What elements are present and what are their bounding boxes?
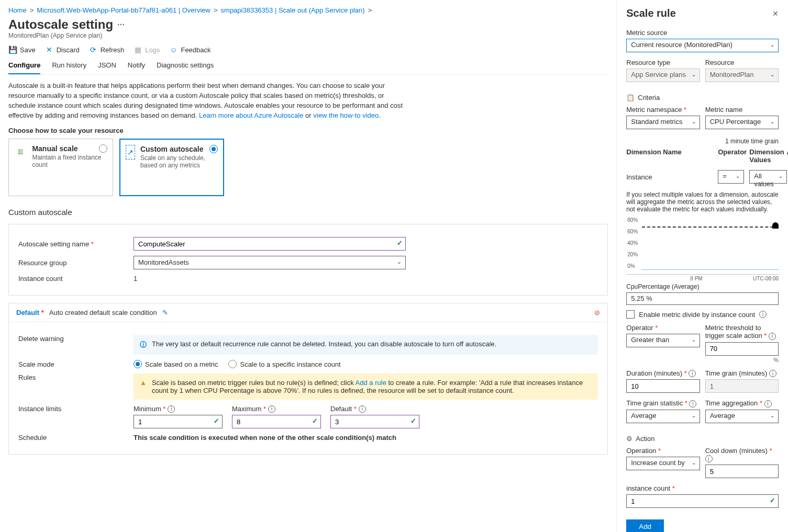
- dim-op-select[interactable]: =: [718, 170, 744, 184]
- operation-select[interactable]: Increase count by: [626, 457, 700, 470]
- panel-title: Scale rule: [626, 7, 676, 19]
- tgs-select[interactable]: Average: [626, 410, 700, 423]
- info-icon[interactable]: i: [705, 455, 713, 462]
- tabs: Configure Run history JSON Notify Diagno…: [8, 57, 608, 75]
- howto-video-link[interactable]: view the how-to video: [313, 111, 379, 119]
- resource-type-label: Resource type: [626, 59, 700, 66]
- command-bar: 💾Save ✕Discard ⟳Refresh ▦Logs ☺Feedback: [8, 46, 608, 54]
- dim-val-select[interactable]: All values: [749, 170, 787, 184]
- setting-name-input[interactable]: [134, 237, 406, 251]
- close-icon[interactable]: ✕: [772, 9, 779, 18]
- info-icon[interactable]: i: [769, 370, 776, 377]
- tab-run-history[interactable]: Run history: [52, 57, 86, 74]
- max-label: Maximum: [232, 405, 266, 413]
- metric-namespace-select[interactable]: Standard metrics: [626, 116, 700, 129]
- save-button[interactable]: 💾Save: [8, 46, 36, 54]
- card-manual-scale[interactable]: ≡ Manual scale Maintain a fixed instance…: [8, 139, 113, 196]
- schedule-label: Schedule: [18, 434, 134, 442]
- cooldown-input[interactable]: [705, 465, 779, 478]
- default-condition: Default Auto created default scale condi…: [8, 303, 608, 455]
- max-input[interactable]: [232, 415, 321, 428]
- refresh-button[interactable]: ⟳Refresh: [89, 46, 125, 54]
- check-icon: ✓: [770, 496, 775, 504]
- chart-cursor-icon: [772, 222, 779, 229]
- scale-mode-label: Scale mode: [18, 360, 134, 368]
- metric-source-label: Metric source: [626, 29, 779, 37]
- tab-json[interactable]: JSON: [98, 57, 116, 74]
- threshold-input[interactable]: [705, 342, 779, 356]
- timegrain-label: Time grain (minutes) i: [705, 369, 779, 378]
- warning-icon: ▲: [140, 379, 147, 387]
- resource-type-select: App Service plans: [626, 69, 700, 82]
- edit-condition-icon[interactable]: ✎: [162, 309, 168, 316]
- breadcrumb-2[interactable]: smpapi38336353 | Scale out (App Service …: [221, 6, 365, 14]
- min-input[interactable]: [134, 415, 223, 428]
- main-column: Home> Microsoft.Web-WebApp-Portal-bb77af…: [0, 0, 616, 532]
- info-icon: ⓘ: [140, 340, 147, 349]
- tab-diagnostic[interactable]: Diagnostic settings: [157, 57, 214, 74]
- radio-scale-metric[interactable]: Scale based on a metric: [134, 360, 218, 368]
- page-subtitle: MonitoredPlan (App Service plan): [8, 32, 608, 39]
- timegrain-input: [705, 379, 779, 393]
- tab-notify[interactable]: Notify: [128, 57, 145, 74]
- breadcrumb-1[interactable]: Microsoft.Web-WebApp-Portal-bb77af81-a06…: [37, 6, 210, 14]
- instance-count-input[interactable]: [626, 494, 779, 508]
- scale-mode-cards: ≡ Manual scale Maintain a fixed instance…: [8, 139, 608, 196]
- chart-readout: 5.25 %: [626, 292, 779, 305]
- threshold-label: Metric threshold to trigger scale action…: [705, 324, 779, 340]
- metric-source-select[interactable]: Current resource (MonitoredPlan): [626, 39, 779, 52]
- dim-add-header: Add: [784, 148, 788, 164]
- info-icon[interactable]: i: [268, 405, 275, 413]
- add-a-rule-link[interactable]: Add a rule: [356, 379, 386, 387]
- custom-autoscale-heading: Custom autoscale: [8, 208, 608, 217]
- data-series-line: [642, 269, 779, 270]
- dim-op-header: Operator: [718, 148, 749, 164]
- delete-warning-label: Delete warning: [18, 335, 134, 343]
- info-icon[interactable]: i: [769, 333, 776, 340]
- metric-name-label: Metric name: [705, 106, 779, 114]
- default-input[interactable]: [330, 415, 419, 428]
- info-icon[interactable]: i: [764, 400, 772, 408]
- min-label: Minimum: [134, 405, 165, 413]
- choose-label: Choose how to scale your resource: [8, 127, 608, 134]
- tab-configure[interactable]: Configure: [8, 57, 40, 74]
- instance-count-label: instance count: [626, 484, 779, 492]
- tagg-label: Time aggregation i: [705, 399, 779, 408]
- info-icon[interactable]: i: [689, 400, 696, 408]
- info-icon[interactable]: i: [689, 370, 696, 377]
- discard-button[interactable]: ✕Discard: [45, 46, 80, 54]
- rules-label: Rules: [18, 373, 134, 381]
- feedback-icon: ☺: [169, 46, 177, 54]
- feedback-button[interactable]: ☺Feedback: [169, 46, 210, 54]
- info-icon[interactable]: i: [759, 311, 767, 318]
- divide-by-count-checkbox[interactable]: [626, 310, 635, 319]
- setting-name-label: Autoscale setting name: [18, 240, 134, 248]
- card-custom-desc: Scale on any schedule, based on any metr…: [140, 154, 218, 169]
- card-manual-desc: Maintain a fixed instance count: [32, 154, 107, 168]
- learn-more-link[interactable]: Learn more about Azure Autoscale: [199, 111, 303, 119]
- add-button[interactable]: Add: [626, 519, 664, 532]
- intro-text: Autoscale is a built-in feature that hel…: [8, 81, 406, 120]
- metric-name-select[interactable]: CPU Percentage: [705, 116, 779, 129]
- more-icon[interactable]: ⋯: [117, 20, 125, 29]
- threshold-line: [642, 227, 779, 228]
- instance-limits-label: Instance limits: [18, 405, 134, 413]
- info-icon[interactable]: i: [359, 405, 366, 413]
- operator-select[interactable]: Greater than: [626, 334, 700, 347]
- card-custom-autoscale[interactable]: ↗ Custom autoscale Scale on any schedule…: [119, 139, 224, 196]
- action-icon: ⚙: [626, 435, 632, 443]
- divide-by-count-label: Enable metric divide by instance count: [639, 311, 755, 319]
- condition-title: Default: [16, 309, 44, 316]
- breadcrumb-home[interactable]: Home: [8, 6, 27, 14]
- duration-input[interactable]: [626, 379, 700, 393]
- radio-scale-specific[interactable]: Scale to a specific instance count: [228, 360, 340, 368]
- info-icon[interactable]: i: [168, 405, 175, 413]
- resource-select: MonitoredPlan: [705, 69, 779, 82]
- instance-count-value: 1: [134, 275, 137, 282]
- tagg-select[interactable]: Average: [705, 410, 779, 423]
- resource-group-label: Resource group: [18, 259, 134, 267]
- operator-label: Operator: [626, 324, 700, 332]
- check-icon: ✓: [397, 239, 403, 247]
- resource-group-select[interactable]: MonitoredAssets: [134, 256, 406, 269]
- duration-label: Duration (minutes) i: [626, 369, 700, 378]
